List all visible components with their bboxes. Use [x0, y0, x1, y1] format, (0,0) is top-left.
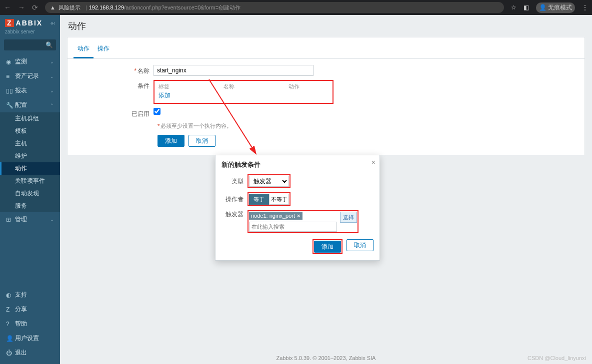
select-trigger-button[interactable]: 选择 — [340, 212, 357, 223]
chevron-down-icon: ⌄ — [50, 74, 54, 79]
nav-usersettings[interactable]: 👤用户设置 — [0, 331, 60, 346]
form-cancel-button[interactable]: 取消 — [188, 135, 216, 147]
panel-icon[interactable]: ◧ — [524, 4, 529, 11]
nav-hostgroups[interactable]: 主机群组 — [0, 112, 60, 125]
forward-icon[interactable]: → — [18, 3, 25, 11]
url-host: 192.168.8.129 — [89, 4, 124, 10]
logo[interactable]: ZABBIX «‹ — [5, 19, 55, 27]
page-title: 动作 — [60, 15, 592, 34]
sidebar: ZABBIX «‹ zabbix server 🔍 ◉监测⌄ ≡资产记录⌄ ▯▯… — [0, 15, 60, 364]
modal-title: 新的触发条件 — [222, 160, 374, 169]
type-select[interactable]: 触发器 — [249, 176, 289, 187]
star-icon[interactable]: ☆ — [511, 4, 516, 11]
reload-icon[interactable]: ⟳ — [32, 3, 38, 11]
chevron-down-icon: ⌄ — [50, 59, 54, 64]
condition-add-link[interactable]: 添加 — [158, 91, 170, 100]
nav-services[interactable]: 服务 — [0, 200, 60, 212]
nav-correlation[interactable]: 关联项事件 — [0, 175, 60, 187]
chevron-down-icon: ⌄ — [50, 88, 54, 93]
help-icon: ? — [6, 321, 15, 328]
logo-mark: Z — [5, 19, 14, 27]
trigger-search-input[interactable] — [249, 222, 337, 232]
menu-icon[interactable]: ⋮ — [582, 4, 588, 11]
footer-text: Zabbix 5.0.39. © 2001–2023, Zabbix SIA — [60, 355, 592, 361]
trigger-condition-modal: × 新的触发条件 类型 触发器 操作者 等于 不等于 触发器 node1: ng… — [215, 155, 380, 261]
tab-action[interactable]: 动作 — [74, 40, 94, 58]
cond-col-label: 标签 — [158, 83, 224, 90]
form-add-button[interactable]: 添加 — [158, 135, 184, 147]
eye-icon: ◉ — [6, 58, 15, 65]
trigger-tag[interactable]: node1: nginx_port✕ — [249, 212, 302, 220]
server-label: zabbix server — [0, 29, 60, 37]
power-icon: ⏻ — [6, 350, 15, 357]
remove-tag-icon[interactable]: ✕ — [296, 213, 300, 219]
form-note: *必须至少设置一个执行内容。 — [158, 122, 578, 130]
incognito-badge: 👤 无痕模式 — [536, 2, 575, 13]
logo-text: ABBIX — [16, 19, 43, 27]
label-operator: 操作者 — [222, 195, 248, 204]
name-input[interactable] — [154, 65, 314, 76]
wrench-icon: 🔧 — [6, 102, 15, 109]
nav-admin[interactable]: ⊞管理⌄ — [0, 212, 60, 227]
nav-reports[interactable]: ▯▯报表⌄ — [0, 83, 60, 98]
label-conditions: 条件 — [138, 82, 150, 89]
nav-help[interactable]: ?帮助 — [0, 317, 60, 331]
url-bar[interactable]: ▲ 风险提示 | 192.168.8.129 /actionconf.php?e… — [45, 2, 504, 13]
warning-text: 风险提示 — [58, 4, 80, 11]
browser-chrome: ← → ⟳ ▲ 风险提示 | 192.168.8.129 /actionconf… — [0, 0, 592, 15]
nav-maintenance[interactable]: 维护 — [0, 150, 60, 162]
nav-config[interactable]: 🔧配置⌃ — [0, 98, 60, 112]
nav-discovery[interactable]: 自动发现 — [0, 187, 60, 200]
tab-operation[interactable]: 操作 — [94, 40, 114, 58]
label-name: 名称 — [138, 67, 150, 74]
nav-templates[interactable]: 模板 — [0, 125, 60, 137]
chevron-down-icon: ⌄ — [50, 217, 54, 222]
url-path: /actionconf.php?eventsource=0&form=创建动作 — [124, 4, 240, 11]
enabled-checkbox[interactable] — [154, 108, 160, 115]
nav-support[interactable]: ◐支持 — [0, 288, 60, 302]
label-enabled: 已启用 — [132, 110, 150, 117]
op-notequal-button[interactable]: 不等于 — [269, 194, 289, 205]
conditions-box: 标签 名称 动作 添加 — [154, 80, 334, 104]
chart-icon: ▯▯ — [6, 87, 15, 94]
close-icon[interactable]: × — [372, 158, 376, 166]
cond-col-action: 动作 — [288, 83, 300, 90]
form-panel: 动作 操作 *名称 条件 标签 名称 动作 — [67, 37, 585, 155]
back-icon[interactable]: ← — [4, 3, 11, 11]
watermark: CSDN @Cloud_linyunxi — [528, 355, 586, 361]
search-icon[interactable]: 🔍 — [46, 41, 53, 48]
user-icon: 👤 — [6, 335, 15, 342]
gear-icon: ⊞ — [6, 216, 15, 223]
label-type: 类型 — [222, 177, 248, 186]
nav-monitor[interactable]: ◉监测⌄ — [0, 54, 60, 69]
nav-hosts[interactable]: 主机 — [0, 137, 60, 150]
op-equal-button[interactable]: 等于 — [249, 194, 269, 205]
cond-col-name: 名称 — [224, 83, 288, 90]
nav-share[interactable]: Z分享 — [0, 302, 60, 317]
label-trigger: 触发器 — [222, 210, 248, 219]
share-icon: Z — [6, 306, 15, 313]
nav-signout[interactable]: ⏻退出 — [0, 346, 60, 360]
modal-cancel-button[interactable]: 取消 — [346, 239, 374, 251]
list-icon: ≡ — [6, 73, 15, 80]
nav-inventory[interactable]: ≡资产记录⌄ — [0, 69, 60, 83]
chevron-up-icon: ⌃ — [50, 103, 54, 108]
modal-add-button[interactable]: 添加 — [314, 241, 341, 253]
support-icon: ◐ — [6, 292, 15, 299]
collapse-icon[interactable]: «‹ — [50, 20, 55, 26]
nav-actions[interactable]: 动作 — [0, 162, 60, 175]
warning-icon: ▲ — [50, 4, 56, 10]
